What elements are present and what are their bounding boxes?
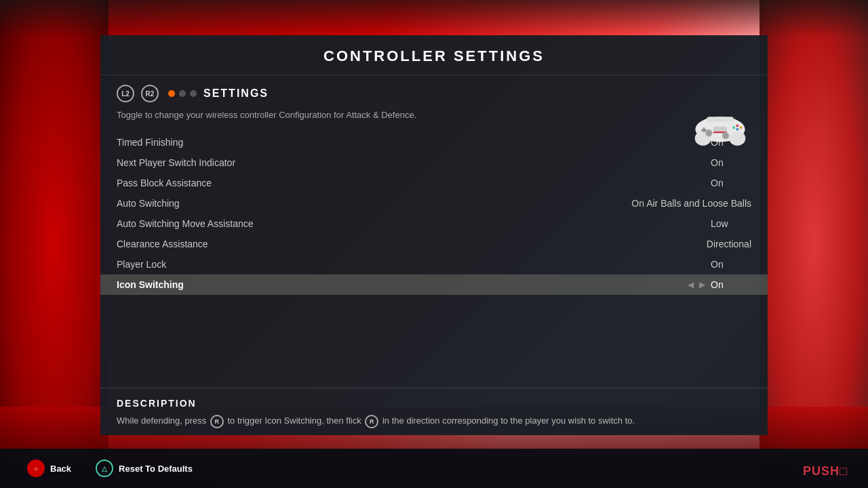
pushsquare-logo: PUSH□ — [803, 464, 848, 479]
setting-label-clearance: Clearance Assistance — [117, 239, 707, 249]
setting-label-timed-finishing: Timed Finishing — [117, 137, 711, 148]
r-button-1: R — [210, 415, 224, 428]
controller-icon — [693, 110, 747, 150]
svg-point-14 — [736, 128, 738, 131]
back-button-icon: ○ — [27, 460, 45, 477]
setting-label-pass-block: Pass Block Assistance — [117, 178, 711, 188]
setting-row-player-lock[interactable]: Player Lock On — [100, 254, 768, 274]
setting-label-next-player-switch: Next Player Switch Indicator — [117, 157, 711, 168]
setting-value-clearance: Directional — [707, 239, 751, 249]
setting-label-icon-switching: Icon Switching — [117, 279, 688, 290]
setting-row-timed-finishing[interactable]: Timed Finishing On — [100, 132, 768, 152]
svg-point-9 — [724, 134, 728, 138]
footer-bar: ○ Back △ Reset To Defaults — [0, 449, 868, 488]
setting-row-next-player-switch[interactable]: Next Player Switch Indicator On — [100, 152, 768, 173]
footer-back-action[interactable]: ○ Back — [27, 460, 71, 477]
description-section: DESCRIPTION While defending, press R to … — [100, 388, 768, 435]
r-button-2: R — [365, 415, 378, 428]
description-text: While defending, press R to trigger Icon… — [117, 414, 751, 428]
arrow-left-icon[interactable]: ◀ — [688, 280, 694, 289]
svg-rect-3 — [707, 117, 734, 122]
setting-label-auto-switching: Auto Switching — [117, 198, 631, 209]
setting-row-auto-switching-move[interactable]: Auto Switching Move Assistance Low — [100, 214, 768, 234]
setting-row-clearance[interactable]: Clearance Assistance Directional — [100, 234, 768, 254]
setting-value-pass-block: On — [711, 178, 751, 188]
tab-dot-active — [168, 90, 175, 97]
setting-row-auto-switching[interactable]: Auto Switching On Air Balls and Loose Ba… — [100, 193, 768, 214]
setting-value-icon-switching: On — [711, 279, 751, 290]
settings-header: L2 R2 SETTINGS — [100, 75, 768, 106]
back-button-label: Back — [50, 464, 71, 474]
svg-rect-11 — [701, 129, 707, 131]
svg-point-13 — [736, 125, 738, 127]
description-title: DESCRIPTION — [117, 398, 751, 409]
desc-text-after: in the direction corresponding to the pl… — [382, 415, 635, 426]
settings-subtitle: Toggle to change your wireless controlle… — [100, 106, 768, 121]
setting-row-icon-switching[interactable]: Icon Switching ◀ ▶ On — [100, 274, 768, 295]
setting-value-player-lock: On — [711, 259, 751, 270]
setting-label-auto-switching-move: Auto Switching Move Assistance — [117, 218, 711, 229]
reset-button-label: Reset To Defaults — [119, 464, 193, 474]
desc-text-before: While defending, press — [117, 415, 209, 426]
panel-title: CONTROLLER SETTINGS — [100, 35, 768, 75]
settings-section-title: SETTINGS — [203, 87, 751, 100]
arrow-right-icon[interactable]: ▶ — [699, 280, 705, 289]
setting-value-auto-switching: On Air Balls and Loose Balls — [631, 198, 751, 209]
controller-settings-panel: CONTROLLER SETTINGS L2 R2 SETTINGS Toggl… — [100, 35, 768, 435]
tab-dot-2 — [179, 90, 186, 97]
l2-button[interactable]: L2 — [117, 85, 134, 102]
background-top-overlay — [0, 0, 868, 37]
desc-text-middle: to trigger Icon Switching, then flick — [227, 415, 363, 426]
setting-label-player-lock: Player Lock — [117, 259, 711, 270]
svg-point-15 — [740, 126, 743, 129]
setting-value-auto-switching-move: Low — [711, 218, 751, 229]
setting-value-next-player-switch: On — [711, 157, 751, 168]
svg-point-2 — [729, 131, 745, 146]
logo-square: □ — [840, 464, 848, 478]
settings-list: Timed Finishing On Next Player Switch In… — [100, 121, 768, 388]
footer-reset-action[interactable]: △ Reset To Defaults — [96, 460, 193, 477]
icon-switching-controls: ◀ ▶ On — [688, 279, 751, 290]
logo-text: PUSH — [803, 464, 840, 478]
svg-point-7 — [707, 131, 711, 136]
tab-indicators — [168, 90, 197, 97]
tab-dot-3 — [190, 90, 197, 97]
setting-row-pass-block[interactable]: Pass Block Assistance On — [100, 173, 768, 193]
svg-point-12 — [732, 126, 735, 129]
r2-button[interactable]: R2 — [141, 85, 159, 102]
reset-button-icon: △ — [96, 460, 113, 477]
